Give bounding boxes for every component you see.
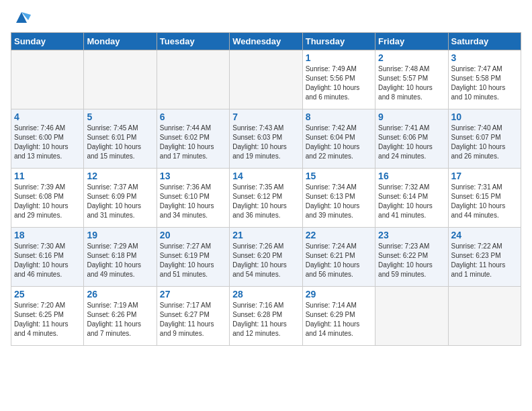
page-header [11,8,521,27]
calendar-cell: 18Sunrise: 7:30 AM Sunset: 6:16 PM Dayli… [11,228,84,287]
day-number: 18 [14,230,81,240]
logo [11,8,31,27]
day-number: 10 [451,111,518,122]
calendar-week-row: 4Sunrise: 7:46 AM Sunset: 6:00 PM Daylig… [11,109,521,169]
day-info: Sunrise: 7:32 AM Sunset: 6:14 PM Dayligh… [378,183,445,220]
logo-icon [12,8,31,27]
day-number: 7 [232,111,299,122]
calendar-cell: 22Sunrise: 7:24 AM Sunset: 6:21 PM Dayli… [302,228,375,287]
calendar-cell [11,50,84,109]
day-info: Sunrise: 7:30 AM Sunset: 6:16 PM Dayligh… [14,242,81,279]
day-number: 26 [87,289,153,300]
calendar-week-row: 1Sunrise: 7:49 AM Sunset: 5:56 PM Daylig… [11,50,521,109]
day-number: 9 [378,111,445,122]
calendar-cell: 17Sunrise: 7:31 AM Sunset: 6:15 PM Dayli… [448,169,521,228]
calendar-cell: 3Sunrise: 7:47 AM Sunset: 5:58 PM Daylig… [448,50,521,109]
calendar-cell [230,50,302,109]
calendar-week-row: 25Sunrise: 7:20 AM Sunset: 6:25 PM Dayli… [11,287,521,346]
weekday-header-saturday: Saturday [448,33,521,50]
day-info: Sunrise: 7:23 AM Sunset: 6:22 PM Dayligh… [378,242,445,279]
calendar-cell: 5Sunrise: 7:45 AM Sunset: 6:01 PM Daylig… [84,109,157,169]
day-info: Sunrise: 7:47 AM Sunset: 5:58 PM Dayligh… [451,64,518,102]
day-number: 29 [306,289,372,300]
calendar-cell: 21Sunrise: 7:26 AM Sunset: 6:20 PM Dayli… [230,228,302,287]
day-number: 19 [87,230,153,240]
day-number: 11 [14,171,81,181]
day-info: Sunrise: 7:43 AM Sunset: 6:03 PM Dayligh… [232,124,299,161]
day-number: 5 [87,111,153,122]
calendar-cell [375,287,448,346]
day-info: Sunrise: 7:27 AM Sunset: 6:19 PM Dayligh… [160,242,226,279]
weekday-header-thursday: Thursday [302,33,375,50]
calendar-cell: 29Sunrise: 7:14 AM Sunset: 6:29 PM Dayli… [302,287,375,346]
calendar-cell: 27Sunrise: 7:17 AM Sunset: 6:27 PM Dayli… [157,287,229,346]
day-number: 2 [378,52,445,63]
weekday-header-row: SundayMondayTuesdayWednesdayThursdayFrid… [11,33,521,50]
calendar-cell: 1Sunrise: 7:49 AM Sunset: 5:56 PM Daylig… [302,50,375,109]
day-number: 13 [160,171,226,181]
day-number: 8 [306,111,372,122]
day-info: Sunrise: 7:35 AM Sunset: 6:12 PM Dayligh… [232,183,299,220]
day-info: Sunrise: 7:17 AM Sunset: 6:27 PM Dayligh… [160,301,226,338]
calendar-cell: 11Sunrise: 7:39 AM Sunset: 6:08 PM Dayli… [11,169,84,228]
calendar-cell: 6Sunrise: 7:44 AM Sunset: 6:02 PM Daylig… [157,109,229,169]
day-number: 12 [87,171,153,181]
calendar-cell: 8Sunrise: 7:42 AM Sunset: 6:04 PM Daylig… [302,109,375,169]
weekday-header-monday: Monday [84,33,157,50]
weekday-header-sunday: Sunday [11,33,84,50]
day-info: Sunrise: 7:22 AM Sunset: 6:23 PM Dayligh… [451,242,518,279]
calendar-week-row: 11Sunrise: 7:39 AM Sunset: 6:08 PM Dayli… [11,169,521,228]
day-number: 23 [378,230,445,240]
day-number: 21 [232,230,299,240]
calendar-cell: 25Sunrise: 7:20 AM Sunset: 6:25 PM Dayli… [11,287,84,346]
calendar-cell: 4Sunrise: 7:46 AM Sunset: 6:00 PM Daylig… [11,109,84,169]
weekday-header-wednesday: Wednesday [230,33,302,50]
calendar-cell: 15Sunrise: 7:34 AM Sunset: 6:13 PM Dayli… [302,169,375,228]
day-number: 6 [160,111,226,122]
calendar-table: SundayMondayTuesdayWednesdayThursdayFrid… [11,32,521,346]
day-info: Sunrise: 7:14 AM Sunset: 6:29 PM Dayligh… [306,301,372,338]
calendar-cell: 13Sunrise: 7:36 AM Sunset: 6:10 PM Dayli… [157,169,229,228]
day-info: Sunrise: 7:39 AM Sunset: 6:08 PM Dayligh… [14,183,81,220]
calendar-cell: 10Sunrise: 7:40 AM Sunset: 6:07 PM Dayli… [448,109,521,169]
day-number: 15 [306,171,372,181]
calendar-cell: 2Sunrise: 7:48 AM Sunset: 5:57 PM Daylig… [375,50,448,109]
calendar-cell: 26Sunrise: 7:19 AM Sunset: 6:26 PM Dayli… [84,287,157,346]
day-number: 3 [451,52,518,63]
day-info: Sunrise: 7:31 AM Sunset: 6:15 PM Dayligh… [451,183,518,220]
day-number: 27 [160,289,226,300]
day-info: Sunrise: 7:44 AM Sunset: 6:02 PM Dayligh… [160,124,226,161]
calendar-cell [84,50,157,109]
calendar-cell: 24Sunrise: 7:22 AM Sunset: 6:23 PM Dayli… [448,228,521,287]
weekday-header-tuesday: Tuesday [157,33,229,50]
day-info: Sunrise: 7:37 AM Sunset: 6:09 PM Dayligh… [87,183,153,220]
day-info: Sunrise: 7:26 AM Sunset: 6:20 PM Dayligh… [232,242,299,279]
day-info: Sunrise: 7:20 AM Sunset: 6:25 PM Dayligh… [14,301,81,338]
calendar-cell: 19Sunrise: 7:29 AM Sunset: 6:18 PM Dayli… [84,228,157,287]
day-info: Sunrise: 7:45 AM Sunset: 6:01 PM Dayligh… [87,124,153,161]
day-info: Sunrise: 7:46 AM Sunset: 6:00 PM Dayligh… [14,124,81,161]
day-number: 16 [378,171,445,181]
day-number: 24 [451,230,518,240]
day-number: 4 [14,111,81,122]
calendar-cell: 23Sunrise: 7:23 AM Sunset: 6:22 PM Dayli… [375,228,448,287]
day-info: Sunrise: 7:19 AM Sunset: 6:26 PM Dayligh… [87,301,153,338]
calendar-cell: 12Sunrise: 7:37 AM Sunset: 6:09 PM Dayli… [84,169,157,228]
day-info: Sunrise: 7:42 AM Sunset: 6:04 PM Dayligh… [306,124,372,161]
day-number: 28 [232,289,299,300]
day-number: 14 [232,171,299,181]
calendar-cell [448,287,521,346]
day-info: Sunrise: 7:49 AM Sunset: 5:56 PM Dayligh… [306,64,372,102]
calendar-cell: 20Sunrise: 7:27 AM Sunset: 6:19 PM Dayli… [157,228,229,287]
calendar-cell: 9Sunrise: 7:41 AM Sunset: 6:06 PM Daylig… [375,109,448,169]
calendar-cell: 7Sunrise: 7:43 AM Sunset: 6:03 PM Daylig… [230,109,302,169]
weekday-header-friday: Friday [375,33,448,50]
day-number: 1 [306,52,372,63]
calendar-cell [157,50,229,109]
day-info: Sunrise: 7:34 AM Sunset: 6:13 PM Dayligh… [306,183,372,220]
day-info: Sunrise: 7:48 AM Sunset: 5:57 PM Dayligh… [378,64,445,102]
day-number: 22 [306,230,372,240]
day-info: Sunrise: 7:29 AM Sunset: 6:18 PM Dayligh… [87,242,153,279]
calendar-cell: 16Sunrise: 7:32 AM Sunset: 6:14 PM Dayli… [375,169,448,228]
day-info: Sunrise: 7:36 AM Sunset: 6:10 PM Dayligh… [160,183,226,220]
